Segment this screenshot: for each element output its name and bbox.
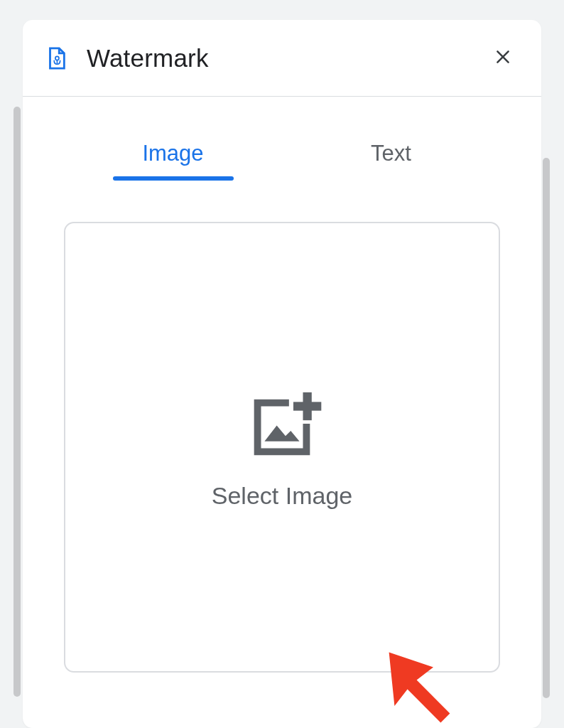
panel-body: Image Text Select Image	[23, 129, 541, 673]
add-image-icon	[240, 385, 324, 464]
panel-title: Watermark	[87, 44, 209, 73]
close-button[interactable]	[486, 41, 520, 75]
tabs: Image Text	[64, 129, 500, 179]
scrollbar-right[interactable]	[543, 158, 550, 698]
svg-point-0	[55, 56, 59, 60]
svg-rect-4	[293, 402, 321, 410]
tab-text[interactable]: Text	[282, 129, 500, 179]
document-watermark-icon	[44, 43, 68, 73]
scrollbar-left[interactable]	[13, 107, 21, 697]
select-image-label: Select Image	[212, 482, 352, 510]
watermark-panel: Watermark Image Text	[23, 20, 541, 728]
select-image-dropzone[interactable]: Select Image	[64, 222, 500, 673]
tab-image[interactable]: Image	[64, 129, 282, 179]
close-icon	[494, 48, 512, 68]
panel-header: Watermark	[23, 20, 541, 97]
